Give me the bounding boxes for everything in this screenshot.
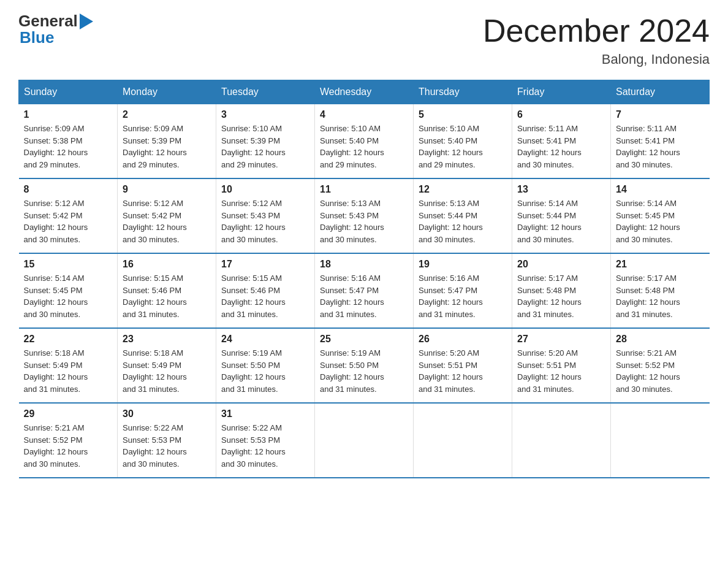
day-info: Sunrise: 5:20 AMSunset: 5:51 PMDaylight:… [517,347,605,395]
calendar-cell: 25Sunrise: 5:19 AMSunset: 5:50 PMDayligh… [315,328,414,403]
month-title: December 2024 [483,12,710,49]
day-info: Sunrise: 5:12 AMSunset: 5:42 PMDaylight:… [24,197,113,245]
day-number: 3 [221,109,309,120]
day-info: Sunrise: 5:09 AMSunset: 5:39 PMDaylight:… [123,123,211,170]
day-info: Sunrise: 5:20 AMSunset: 5:51 PMDaylight:… [419,347,507,395]
day-info: Sunrise: 5:14 AMSunset: 5:45 PMDaylight:… [24,272,113,320]
calendar-cell: 12Sunrise: 5:13 AMSunset: 5:44 PMDayligh… [414,178,512,253]
day-info: Sunrise: 5:22 AMSunset: 5:53 PMDaylight:… [221,422,309,470]
calendar-cell: 30Sunrise: 5:22 AMSunset: 5:53 PMDayligh… [118,403,216,478]
day-number: 28 [616,334,705,345]
day-number: 9 [123,184,211,195]
day-info: Sunrise: 5:10 AMSunset: 5:40 PMDaylight:… [320,123,408,170]
calendar-cell [611,403,710,478]
day-number: 8 [24,184,113,195]
day-info: Sunrise: 5:09 AMSunset: 5:38 PMDaylight:… [24,123,113,170]
day-info: Sunrise: 5:15 AMSunset: 5:46 PMDaylight:… [123,272,211,320]
day-number: 1 [24,109,113,120]
page-header: General Blue December 2024 Balong, Indon… [18,12,710,67]
calendar-header: SundayMondayTuesdayWednesdayThursdayFrid… [19,80,710,104]
day-number: 23 [123,334,211,345]
day-number: 25 [320,334,408,345]
calendar-cell: 10Sunrise: 5:12 AMSunset: 5:43 PMDayligh… [216,178,315,253]
calendar-cell: 23Sunrise: 5:18 AMSunset: 5:49 PMDayligh… [118,328,216,403]
calendar-cell: 3Sunrise: 5:10 AMSunset: 5:39 PMDaylight… [216,104,315,179]
day-number: 20 [517,259,605,270]
week-row-3: 15Sunrise: 5:14 AMSunset: 5:45 PMDayligh… [19,253,710,328]
header-row: SundayMondayTuesdayWednesdayThursdayFrid… [19,80,710,104]
calendar-cell [414,403,512,478]
calendar-cell: 8Sunrise: 5:12 AMSunset: 5:42 PMDaylight… [19,178,118,253]
day-number: 19 [419,259,507,270]
day-info: Sunrise: 5:19 AMSunset: 5:50 PMDaylight:… [320,347,408,395]
day-info: Sunrise: 5:15 AMSunset: 5:46 PMDaylight:… [221,272,309,320]
calendar-cell: 4Sunrise: 5:10 AMSunset: 5:40 PMDaylight… [315,104,414,179]
header-saturday: Saturday [611,80,710,104]
calendar-cell: 13Sunrise: 5:14 AMSunset: 5:44 PMDayligh… [512,178,611,253]
day-number: 12 [419,184,507,195]
calendar-cell: 16Sunrise: 5:15 AMSunset: 5:46 PMDayligh… [118,253,216,328]
week-row-4: 22Sunrise: 5:18 AMSunset: 5:49 PMDayligh… [19,328,710,403]
calendar-cell: 2Sunrise: 5:09 AMSunset: 5:39 PMDaylight… [118,104,216,179]
logo-blue-text: Blue [20,29,93,45]
calendar-cell: 18Sunrise: 5:16 AMSunset: 5:47 PMDayligh… [315,253,414,328]
header-wednesday: Wednesday [315,80,414,104]
calendar-cell: 7Sunrise: 5:11 AMSunset: 5:41 PMDaylight… [611,104,710,179]
day-number: 11 [320,184,408,195]
logo-general-text: General [18,13,78,29]
header-sunday: Sunday [19,80,118,104]
day-info: Sunrise: 5:16 AMSunset: 5:47 PMDaylight:… [419,272,507,320]
day-info: Sunrise: 5:10 AMSunset: 5:40 PMDaylight:… [419,123,507,170]
day-info: Sunrise: 5:18 AMSunset: 5:49 PMDaylight:… [24,347,113,395]
day-number: 27 [517,334,605,345]
day-number: 30 [123,408,211,419]
calendar-cell: 1Sunrise: 5:09 AMSunset: 5:38 PMDaylight… [19,104,118,179]
day-number: 22 [24,334,113,345]
day-number: 29 [24,408,113,419]
calendar-cell: 19Sunrise: 5:16 AMSunset: 5:47 PMDayligh… [414,253,512,328]
calendar-cell [512,403,611,478]
day-number: 14 [616,184,705,195]
calendar-cell: 17Sunrise: 5:15 AMSunset: 5:46 PMDayligh… [216,253,315,328]
header-monday: Monday [118,80,216,104]
calendar-table: SundayMondayTuesdayWednesdayThursdayFrid… [18,80,710,478]
calendar-cell: 28Sunrise: 5:21 AMSunset: 5:52 PMDayligh… [611,328,710,403]
day-number: 16 [123,259,211,270]
day-info: Sunrise: 5:12 AMSunset: 5:43 PMDaylight:… [221,197,309,245]
calendar-cell: 26Sunrise: 5:20 AMSunset: 5:51 PMDayligh… [414,328,512,403]
calendar-cell: 21Sunrise: 5:17 AMSunset: 5:48 PMDayligh… [611,253,710,328]
calendar-cell: 11Sunrise: 5:13 AMSunset: 5:43 PMDayligh… [315,178,414,253]
day-info: Sunrise: 5:11 AMSunset: 5:41 PMDaylight:… [616,123,705,170]
day-info: Sunrise: 5:14 AMSunset: 5:44 PMDaylight:… [517,197,605,245]
day-info: Sunrise: 5:11 AMSunset: 5:41 PMDaylight:… [517,123,605,170]
day-info: Sunrise: 5:19 AMSunset: 5:50 PMDaylight:… [221,347,309,395]
calendar-body: 1Sunrise: 5:09 AMSunset: 5:38 PMDaylight… [19,104,710,478]
day-number: 7 [616,109,705,120]
day-info: Sunrise: 5:13 AMSunset: 5:44 PMDaylight:… [419,197,507,245]
week-row-2: 8Sunrise: 5:12 AMSunset: 5:42 PMDaylight… [19,178,710,253]
logo-arrow-icon [80,13,93,29]
day-number: 26 [419,334,507,345]
week-row-5: 29Sunrise: 5:21 AMSunset: 5:52 PMDayligh… [19,403,710,478]
day-info: Sunrise: 5:14 AMSunset: 5:45 PMDaylight:… [616,197,705,245]
calendar-cell: 22Sunrise: 5:18 AMSunset: 5:49 PMDayligh… [19,328,118,403]
day-number: 13 [517,184,605,195]
calendar-cell: 20Sunrise: 5:17 AMSunset: 5:48 PMDayligh… [512,253,611,328]
day-info: Sunrise: 5:18 AMSunset: 5:49 PMDaylight:… [123,347,211,395]
day-number: 21 [616,259,705,270]
location-subtitle: Balong, Indonesia [483,52,710,67]
calendar-cell: 5Sunrise: 5:10 AMSunset: 5:40 PMDaylight… [414,104,512,179]
header-friday: Friday [512,80,611,104]
header-thursday: Thursday [414,80,512,104]
day-info: Sunrise: 5:12 AMSunset: 5:42 PMDaylight:… [123,197,211,245]
day-number: 2 [123,109,211,120]
day-info: Sunrise: 5:22 AMSunset: 5:53 PMDaylight:… [123,422,211,470]
calendar-cell: 31Sunrise: 5:22 AMSunset: 5:53 PMDayligh… [216,403,315,478]
logo-combined: General Blue [18,12,93,45]
day-info: Sunrise: 5:21 AMSunset: 5:52 PMDaylight:… [616,347,705,395]
day-number: 4 [320,109,408,120]
calendar-cell: 27Sunrise: 5:20 AMSunset: 5:51 PMDayligh… [512,328,611,403]
day-number: 10 [221,184,309,195]
calendar-cell: 9Sunrise: 5:12 AMSunset: 5:42 PMDaylight… [118,178,216,253]
week-row-1: 1Sunrise: 5:09 AMSunset: 5:38 PMDaylight… [19,104,710,179]
